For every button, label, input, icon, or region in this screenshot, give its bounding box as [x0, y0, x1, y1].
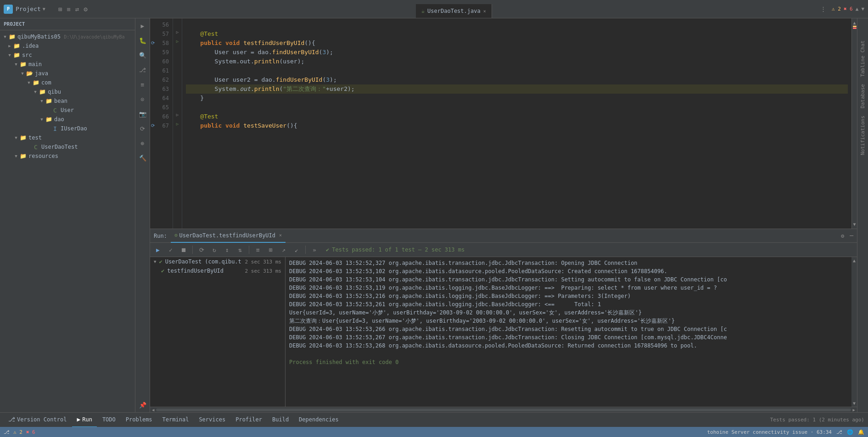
tool-icon-4[interactable]: ⊕ — [137, 138, 148, 149]
cls-59: User — [186, 48, 233, 57]
collapse-button[interactable]: ↙ — [291, 245, 302, 255]
tab-profiler[interactable]: Profiler — [231, 413, 267, 427]
top-icon-settings[interactable]: ⚙ — [84, 6, 87, 13]
status-right: tohoine Server connectivity issue · 63:3… — [707, 429, 864, 435]
tree-item-main[interactable]: ▼ 📁 main — [0, 60, 135, 69]
run-tab-play-icon: ▶ — [77, 416, 80, 423]
reload-icon-67[interactable]: ⟳ — [151, 121, 155, 130]
camera-icon[interactable]: 📷 — [137, 108, 148, 119]
tree-item-user[interactable]: C User — [0, 106, 135, 115]
log-line-8: 第二次查询：User{userId=3, userName='小梦', user… — [289, 317, 848, 325]
scroll-down-icon[interactable]: ▼ — [853, 222, 856, 227]
tree-item-project-root[interactable]: ▼ 📁 qibuMyBatis05 D:\U\javacode\qibuMyBa — [0, 32, 135, 41]
more-options-icon[interactable]: ⋮ — [820, 6, 826, 12]
check-button[interactable]: ✓ — [166, 245, 176, 255]
expand-icon: ▼ — [13, 61, 19, 67]
tab-build[interactable]: Build — [268, 413, 293, 427]
pin-icon[interactable]: 📌 — [137, 399, 148, 410]
tree-item-com[interactable]: ▼ 📁 com — [0, 78, 135, 87]
sort-button-2[interactable]: ⇅ — [235, 245, 245, 255]
run-tree-time-testfind: 2 sec 313 ms — [245, 268, 281, 274]
reload-icon-58[interactable]: ⟳ — [151, 39, 155, 48]
run-minimize-icon[interactable]: ─ — [850, 232, 853, 239]
log-line-5: DEBUG 2024-06-03 13:52:53,216 org.apache… — [289, 292, 848, 300]
tree-item-bean[interactable]: ▼ 📁 bean — [0, 96, 135, 106]
search-icon[interactable]: 🔍 — [137, 50, 148, 61]
file-tab-userdaotest[interactable]: ☕ UserDaoTest.java × — [416, 4, 492, 18]
notifications-tab[interactable]: Notifications — [859, 112, 867, 159]
run-tab-userdaotest[interactable]: ⚙ UserDaoTest.testfindUserByUId × — [171, 229, 286, 243]
top-icon-grid[interactable]: ⊞ — [58, 6, 62, 13]
dao-folder-icon: 📁 — [45, 116, 52, 123]
tree-item-idea[interactable]: ▶ 📁 .idea — [0, 41, 135, 50]
code-line-56 — [186, 20, 848, 29]
build-icon[interactable]: 🔨 — [137, 152, 148, 163]
git-icon[interactable]: ⎇ — [137, 64, 148, 75]
run-log[interactable]: DEBUG 2024-06-03 13:52:52,327 org.apache… — [286, 257, 851, 407]
test-run-58[interactable]: ▷ — [176, 39, 179, 44]
scroll-left-icon[interactable]: ◀ — [152, 408, 154, 412]
tool-icon-1[interactable]: ≡ — [137, 79, 148, 90]
build-label: Build — [272, 416, 289, 423]
main-area: Project ▼ 📁 qibuMyBatis05 D:\U\javacode\… — [0, 18, 868, 412]
tab-terminal[interactable]: Terminal — [158, 413, 194, 427]
tab-dependencies[interactable]: Dependencies — [294, 413, 343, 427]
tree-item-userdaotest[interactable]: C UserDaoTest — [0, 142, 135, 151]
code-line-60: System.out.println(user); — [186, 57, 848, 66]
tab-problems[interactable]: Problems — [121, 413, 157, 427]
run-tree-userdaotest[interactable]: ▼ ✔ UserDaoTest (com.qibu.t 2 sec 313 ms — [150, 257, 285, 266]
problems-label: Problems — [126, 416, 152, 423]
tree-item-java[interactable]: ▼ 📂 java — [0, 69, 135, 78]
debug-icon[interactable]: 🐛 — [137, 35, 148, 46]
tree-label-bean: bean — [54, 98, 67, 104]
tree-item-resources[interactable]: ▼ 📁 resources — [0, 151, 135, 161]
tree-item-iuserdao[interactable]: I IUserDao — [0, 124, 135, 133]
tree-item-test[interactable]: ▼ 📁 test — [0, 133, 135, 142]
qibu-folder-icon: 📁 — [39, 88, 46, 95]
top-icon-sync[interactable]: ⇄ — [75, 6, 79, 13]
run-header: Run: ⚙ UserDaoTest.testfindUserByUId × ⚙… — [150, 229, 857, 243]
tree-item-qibu[interactable]: ▼ 📁 qibu — [0, 87, 135, 96]
run-tree-testfind[interactable]: ✔ testfindUserByUId 2 sec 313 ms — [150, 266, 285, 275]
tree-toggle[interactable]: ⊞ — [266, 245, 276, 255]
more-button[interactable]: » — [309, 245, 319, 255]
status-left: ⎇ ⚠ 2 ✖ 6 — [4, 429, 35, 435]
top-icon-list[interactable]: ≡ — [67, 6, 70, 13]
tabline-chat-tab[interactable]: Tabline Chat — [859, 37, 867, 80]
expand-button[interactable]: ↗ — [279, 245, 289, 255]
nav-up-icon[interactable]: ▲ — [856, 6, 859, 12]
stop-button[interactable]: ⏹ — [179, 245, 189, 255]
tab-run[interactable]: ▶ Run — [72, 413, 97, 427]
scroll-right-icon[interactable]: ▶ — [853, 408, 855, 412]
rerun-button[interactable]: ⟳ — [196, 245, 207, 255]
expand-arrow: ▼ — [154, 259, 156, 264]
filter-button[interactable]: ≡ — [253, 245, 263, 255]
tab-todo[interactable]: TODO — [98, 413, 120, 427]
run-settings-icon[interactable]: ⚙ — [841, 233, 844, 239]
rerun-failed-button[interactable]: ↻ — [209, 245, 219, 255]
sort-button-1[interactable]: ↕ — [222, 245, 232, 255]
code-content[interactable]: @Test public void testfindUserByUId(){ U… — [182, 18, 851, 229]
test-annotation-66: ▷ — [176, 112, 179, 117]
test-run-67[interactable]: ▷ — [176, 122, 179, 126]
play-button[interactable]: ▶ — [153, 245, 163, 255]
run-tab-close-icon[interactable]: × — [279, 233, 282, 238]
tool-icon-3[interactable]: ⟳ — [137, 123, 148, 134]
tool-icon-2[interactable]: ⊙ — [137, 94, 148, 105]
tab-version-control[interactable]: ⎇ Version Control — [4, 413, 71, 427]
tree-item-src[interactable]: ▼ 📁 src — [0, 50, 135, 60]
tab-services[interactable]: Services — [194, 413, 230, 427]
log-scroll-up[interactable]: ▲ — [853, 258, 856, 263]
log-scroll-down[interactable]: ▼ — [853, 401, 856, 406]
nav-down-icon[interactable]: ▼ — [861, 6, 864, 12]
run-icon[interactable]: ▶ — [137, 20, 148, 31]
dependencies-label: Dependencies — [299, 416, 339, 423]
database-tab[interactable]: Database — [859, 80, 867, 112]
src-folder-icon: 📁 — [13, 51, 20, 59]
tree-label-java: java — [35, 70, 48, 77]
project-dropdown-icon[interactable]: ▼ — [43, 6, 45, 11]
tab-close-icon[interactable]: × — [483, 9, 486, 14]
scroll-up-icon[interactable]: ▲ — [853, 20, 856, 25]
tree-item-dao[interactable]: ▼ 📁 dao — [0, 115, 135, 124]
func-67: testSaveUser — [243, 121, 286, 130]
